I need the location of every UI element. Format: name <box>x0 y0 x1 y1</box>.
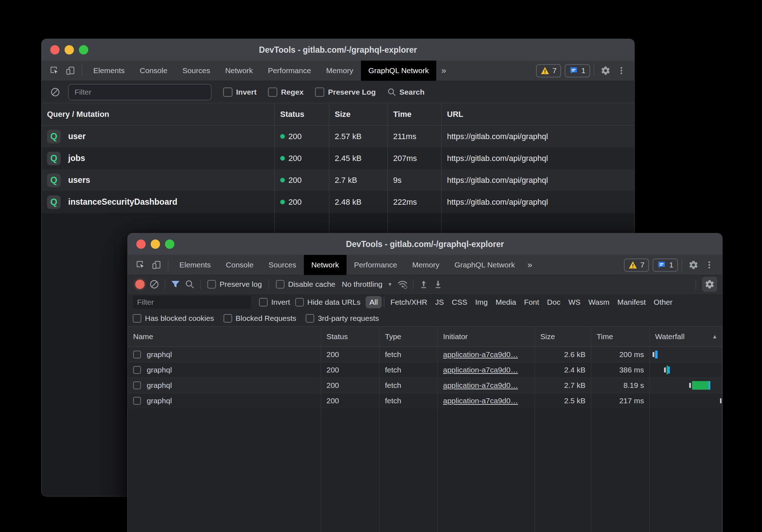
third-party-requests-checkbox[interactable] <box>306 314 314 323</box>
tab-performance[interactable]: Performance <box>260 61 319 81</box>
column-header-time[interactable]: Time <box>591 327 650 346</box>
initiator-link[interactable]: application-a7ca9d0… <box>443 381 518 390</box>
initiator-link[interactable]: application-a7ca9d0… <box>443 366 518 374</box>
column-header-waterfall[interactable]: Waterfall ▲ <box>650 327 722 346</box>
export-har-icon[interactable] <box>431 277 445 291</box>
row-checkbox[interactable] <box>133 366 141 374</box>
table-row[interactable]: Q jobs 200 2.45 kB 207ms https://gitlab.… <box>42 147 634 169</box>
tab-network[interactable]: Network <box>218 61 260 81</box>
tab-console[interactable]: Console <box>132 61 175 81</box>
initiator-link[interactable]: application-a7ca9d0… <box>443 396 518 405</box>
filter-chip-css[interactable]: CSS <box>448 296 471 308</box>
tab-elements[interactable]: Elements <box>86 61 132 81</box>
warnings-badge[interactable]: 7 <box>624 258 649 272</box>
warnings-badge[interactable]: 7 <box>536 64 561 77</box>
issues-badge[interactable]: 1 <box>653 258 678 272</box>
disable-cache-checkbox[interactable] <box>276 280 284 289</box>
search-icon[interactable] <box>183 277 197 291</box>
issues-badge[interactable]: 1 <box>565 64 590 77</box>
titlebar[interactable]: DevTools - gitlab.com/-/graphql-explorer <box>42 39 634 61</box>
filter-chip-ws[interactable]: WS <box>564 296 584 308</box>
kebab-menu-icon[interactable] <box>701 258 717 272</box>
third-party-requests-group[interactable]: 3rd-party requests <box>306 314 379 323</box>
tab-console[interactable]: Console <box>218 255 261 275</box>
regex-checkbox-group[interactable]: Regex <box>268 87 304 97</box>
has-blocked-cookies-checkbox[interactable] <box>133 314 141 323</box>
column-header-url[interactable]: URL <box>442 103 634 125</box>
column-header-query-mutation[interactable]: Query / Mutation <box>42 103 275 125</box>
minimize-button[interactable] <box>151 239 160 249</box>
has-blocked-cookies-group[interactable]: Has blocked cookies <box>133 314 214 323</box>
close-button[interactable] <box>50 45 60 54</box>
invert-group[interactable]: Invert <box>259 298 290 307</box>
device-toolbar-icon[interactable] <box>62 63 78 78</box>
filter-chip-font[interactable]: Font <box>520 296 543 308</box>
column-header-size[interactable]: Size <box>535 327 591 346</box>
tab-memory[interactable]: Memory <box>405 255 447 275</box>
filter-chip-media[interactable]: Media <box>492 296 520 308</box>
filter-chip-other[interactable]: Other <box>650 296 677 308</box>
tab-sources[interactable]: Sources <box>261 255 304 275</box>
device-toolbar-icon[interactable] <box>149 258 164 272</box>
column-header-initiator[interactable]: Initiator <box>438 327 535 346</box>
tab-memory[interactable]: Memory <box>319 61 361 81</box>
filter-input[interactable] <box>133 296 251 309</box>
tab-graphql-network[interactable]: GraphQL Network <box>447 255 522 275</box>
hide-data-urls-checkbox[interactable] <box>295 298 304 307</box>
record-button[interactable] <box>133 277 147 291</box>
minimize-button[interactable] <box>65 45 74 54</box>
sort-ascending-icon[interactable]: ▲ <box>712 333 718 340</box>
filter-input[interactable] <box>68 84 212 100</box>
column-header-status[interactable]: Status <box>275 103 329 125</box>
filter-funnel-icon[interactable] <box>168 277 183 291</box>
clear-icon[interactable] <box>47 85 63 99</box>
row-checkbox[interactable] <box>133 381 141 389</box>
network-conditions-icon[interactable] <box>395 277 410 291</box>
column-header-name[interactable]: Name <box>128 327 321 346</box>
preserve-log-group[interactable]: Preserve log <box>207 280 262 289</box>
filter-chip-wasm[interactable]: Wasm <box>584 296 613 308</box>
blocked-requests-group[interactable]: Blocked Requests <box>224 314 296 323</box>
maximize-button[interactable] <box>165 239 174 249</box>
invert-checkbox[interactable] <box>223 87 232 97</box>
inspect-element-icon[interactable] <box>133 258 149 272</box>
filter-chip-doc[interactable]: Doc <box>543 296 564 308</box>
throttling-dropdown[interactable]: No throttling ▼ <box>342 280 392 289</box>
settings-gear-icon[interactable] <box>686 258 701 272</box>
column-header-time[interactable]: Time <box>388 103 442 125</box>
more-tabs-chevron[interactable]: » <box>522 255 537 275</box>
column-header-type[interactable]: Type <box>380 327 438 346</box>
blocked-requests-checkbox[interactable] <box>224 314 232 323</box>
hide-data-urls-group[interactable]: Hide data URLs <box>295 298 361 307</box>
settings-gear-icon[interactable] <box>598 63 613 78</box>
invert-checkbox-group[interactable]: Invert <box>223 87 257 97</box>
row-checkbox[interactable] <box>133 351 141 358</box>
network-request-row[interactable]: graphql 200 fetch application-a7ca9d0… 2… <box>128 362 722 377</box>
kebab-menu-icon[interactable] <box>613 63 629 78</box>
invert-checkbox[interactable] <box>259 298 268 307</box>
preserve-log-checkbox[interactable] <box>207 280 216 289</box>
network-settings-gear-icon[interactable] <box>702 277 717 292</box>
inspect-element-icon[interactable] <box>47 63 62 78</box>
row-checkbox[interactable] <box>133 397 141 405</box>
network-request-row[interactable]: graphql 200 fetch application-a7ca9d0… 2… <box>128 377 722 393</box>
table-row[interactable]: Q user 200 2.57 kB 211ms https://gitlab.… <box>42 125 634 147</box>
tab-elements[interactable]: Elements <box>172 255 218 275</box>
titlebar[interactable]: DevTools - gitlab.com/-/graphql-explorer <box>128 233 722 255</box>
table-row[interactable]: Q users 200 2.7 kB 9s https://gitlab.com… <box>42 169 634 191</box>
import-har-icon[interactable] <box>417 277 431 291</box>
filter-chip-all[interactable]: All <box>366 296 382 308</box>
regex-checkbox[interactable] <box>268 87 277 97</box>
filter-chip-manifest[interactable]: Manifest <box>613 296 650 308</box>
column-header-size[interactable]: Size <box>329 103 388 125</box>
maximize-button[interactable] <box>79 45 88 54</box>
tab-sources[interactable]: Sources <box>175 61 218 81</box>
close-button[interactable] <box>136 239 146 249</box>
more-tabs-chevron[interactable]: » <box>436 61 451 81</box>
network-request-row[interactable]: graphql 200 fetch application-a7ca9d0… 2… <box>128 393 722 408</box>
filter-chip-js[interactable]: JS <box>431 296 448 308</box>
filter-chip-fetch-xhr[interactable]: Fetch/XHR <box>386 296 431 308</box>
initiator-link[interactable]: application-a7ca9d0… <box>443 350 518 359</box>
filter-chip-img[interactable]: Img <box>471 296 492 308</box>
search-group[interactable]: Search <box>387 87 424 97</box>
